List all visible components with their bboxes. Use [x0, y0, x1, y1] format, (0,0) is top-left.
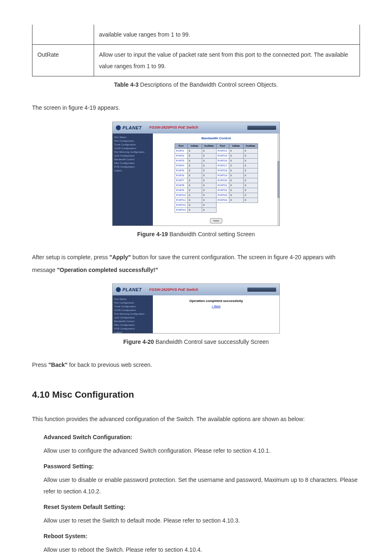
rate-input-cell[interactable]: 0 [202, 168, 216, 173]
sidebar-item[interactable]: VLAN Configuration [114, 147, 151, 150]
rate-input-cell[interactable]: 0 [243, 168, 258, 173]
port-cell: PORT24 [216, 198, 229, 203]
sidebar-item[interactable]: QoS Configuration [114, 316, 151, 320]
rate-input-cell[interactable]: 0 [187, 207, 202, 212]
rate-input-cell[interactable]: 0 [229, 163, 243, 168]
sidebar-item[interactable]: Port Configuration [114, 301, 151, 305]
rate-input-cell[interactable]: 0 [243, 178, 258, 183]
rate-input-cell[interactable]: 0 [229, 148, 243, 153]
table-row: PORT1300 [175, 207, 258, 212]
sidebar-item[interactable]: Port Status [114, 136, 151, 139]
rate-input-cell[interactable]: 0 [187, 178, 202, 183]
rate-input-cell[interactable]: 0 [229, 153, 243, 158]
port-cell: PORT12 [175, 203, 187, 207]
rate-input-cell[interactable]: 0 [187, 168, 202, 173]
sidebar-item[interactable]: Port Configuration [114, 139, 151, 143]
rate-input-cell[interactable]: 0 [187, 153, 202, 158]
table-row: PORT400PORT1700 [175, 163, 258, 168]
sidebar-item[interactable]: Port Mirroring Configuration [114, 150, 151, 154]
rate-input-cell[interactable]: 0 [187, 158, 202, 163]
sidebar-item[interactable]: Trunk Configuration [114, 143, 151, 147]
rate-input-cell[interactable]: 0 [243, 153, 258, 158]
rate-input-cell [243, 203, 258, 207]
table-row-desc: available value ranges from 1 to 99. [94, 25, 360, 45]
rate-input-cell[interactable]: 0 [202, 183, 216, 188]
rate-input-cell[interactable]: 0 [202, 203, 216, 207]
rate-input-cell[interactable]: 0 [187, 203, 202, 207]
vertical-scrollbar[interactable] [277, 134, 279, 226]
sidebar-item[interactable]: VLAN Configuration [114, 309, 151, 312]
misc-item-label: Advanced Switch Configuration: [44, 433, 360, 442]
rate-input-cell[interactable]: 0 [243, 158, 258, 163]
rate-input-cell[interactable]: 0 [229, 168, 243, 173]
section-intro: This function provides the advanced conf… [32, 413, 360, 426]
apply-row: Apply [155, 215, 277, 224]
sidebar-item[interactable]: Bandwidth Control [114, 320, 151, 323]
rate-input-cell[interactable]: 0 [187, 183, 202, 188]
sidebar: Port StatusPort ConfigurationTrunk Confi… [113, 134, 153, 226]
sidebar-item[interactable]: Misc Configuration [114, 161, 151, 165]
rate-input-cell[interactable]: 0 [229, 198, 243, 203]
sidebar-item[interactable]: Logout [114, 169, 151, 173]
rate-input-cell[interactable]: 0 [202, 173, 216, 178]
rate-input-cell[interactable]: 0 [187, 173, 202, 178]
sidebar-item[interactable]: Bandwidth Control [114, 158, 151, 161]
port-cell: PORT6 [175, 173, 187, 178]
rate-input-cell[interactable]: 0 [187, 148, 202, 153]
rate-input-cell[interactable]: 0 [229, 188, 243, 193]
rate-input-cell[interactable]: 0 [187, 193, 202, 198]
rate-input-cell[interactable]: 0 [202, 148, 216, 153]
rate-input-cell[interactable]: 0 [229, 183, 243, 188]
port-cell: PORT13 [175, 207, 187, 212]
sidebar-item[interactable]: POE Configuration [114, 327, 151, 331]
section-heading-4-10: 4.10 Misc Configuration [32, 388, 360, 401]
rate-input-cell[interactable]: 0 [243, 163, 258, 168]
bandwidth-control-objects-table: available value ranges from 1 to 99. Out… [32, 25, 360, 76]
apply-button[interactable]: Apply [210, 218, 222, 223]
rate-input-cell[interactable]: 0 [202, 158, 216, 163]
rate-input-cell[interactable]: 0 [243, 188, 258, 193]
scrollbar-thumb[interactable] [277, 161, 279, 198]
rate-input-cell[interactable]: 0 [202, 198, 216, 203]
back-link[interactable]: < Back [155, 304, 277, 309]
port-cell: PORT23 [216, 193, 229, 198]
rate-input-cell[interactable]: 0 [229, 193, 243, 198]
rate-input-cell[interactable]: 0 [243, 173, 258, 178]
table-row: PORT1000PORT2300 [175, 193, 258, 198]
main-content: Operation completed successfully < Back [153, 295, 279, 333]
port-cell: PORT20 [216, 178, 229, 183]
sidebar-item[interactable]: Misc Configuration [114, 323, 151, 327]
caption-bold: Table 4-3 [114, 81, 139, 88]
rate-input-cell[interactable]: 0 [243, 148, 258, 153]
sidebar-item[interactable]: Trunk Configuration [114, 305, 151, 309]
rate-input-cell[interactable]: 0 [243, 193, 258, 198]
rate-input-cell[interactable]: 0 [243, 183, 258, 188]
model-text: FGSW-2620PVS PoE Switch [149, 287, 198, 293]
rate-input-cell[interactable]: 0 [243, 198, 258, 203]
globe-icon [116, 125, 121, 130]
port-cell: PORT17 [216, 163, 229, 168]
rate-input-cell[interactable]: 0 [202, 163, 216, 168]
rate-input-cell[interactable]: 0 [229, 173, 243, 178]
rate-input-cell[interactable]: 0 [187, 163, 202, 168]
rate-input-cell[interactable]: 0 [229, 158, 243, 163]
apply-bold: "Apply" [109, 254, 131, 260]
rate-input-cell[interactable]: 0 [202, 188, 216, 193]
figure-4-20-caption: Figure 4-20 Bandwidth Control save succe… [32, 338, 360, 346]
rate-input-cell[interactable]: 0 [202, 207, 216, 212]
sidebar-item[interactable]: Port Mirroring Configuration [114, 312, 151, 316]
rate-input-cell[interactable]: 0 [202, 193, 216, 198]
port-cell [216, 207, 229, 212]
sidebar-item[interactable]: Port Status [114, 297, 151, 301]
rate-input-cell[interactable]: 0 [202, 178, 216, 183]
rate-input-cell[interactable]: 0 [187, 198, 202, 203]
rate-input-cell[interactable]: 0 [229, 178, 243, 183]
globe-icon [116, 287, 121, 292]
sidebar-item[interactable]: QoS Configuration [114, 154, 151, 158]
sidebar-item[interactable]: POE Configuration [114, 165, 151, 169]
rate-input-cell[interactable]: 0 [202, 153, 216, 158]
sidebar-item[interactable]: Logout [114, 331, 151, 334]
column-header: OutRate [243, 143, 258, 148]
rate-input-cell[interactable]: 0 [187, 188, 202, 193]
paragraph: Press "Back" for back to previous web sc… [32, 359, 360, 371]
